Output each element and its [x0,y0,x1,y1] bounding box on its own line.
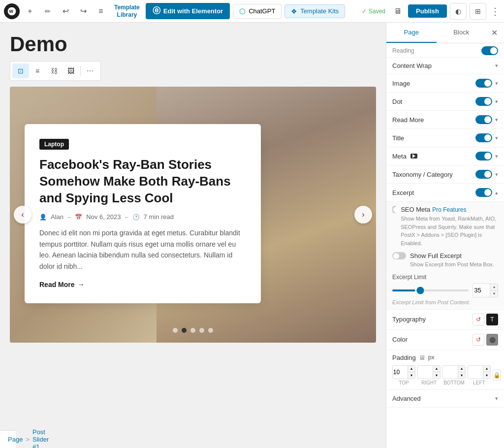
slide-dot-4[interactable] [199,328,204,333]
taxonomy-toggle[interactable] [475,170,492,179]
excerpt-limit-label: Excerpt Limit [392,274,498,281]
pencil-button[interactable]: ✏ [40,4,55,19]
padding-left-dec[interactable]: ▾ [483,372,490,379]
typography-reset-btn[interactable]: ↺ [472,314,484,325]
panel-close-button[interactable]: ✕ [486,25,502,41]
limit-increment-btn[interactable]: ▴ [490,284,498,290]
demo-section: Demo ⊡ ≡ ⛓ 🖼 ⋯ [10,32,376,343]
slide-date: Nov 6, 2023 [86,213,121,221]
reading-toggle [481,46,498,55]
excerpt-inner: SEO Meta Pro Features Show Meta from Yoa… [386,202,504,309]
top-bar: W + ✏ ↩ ↪ ≡ Template Library ⓔ Edit with… [0,0,504,23]
padding-right-input[interactable] [418,366,433,379]
slide-dot-3[interactable] [190,328,195,333]
image-chevron: ▾ [495,80,498,87]
toolbar-image-btn[interactable]: 🖼 [63,64,79,78]
pencil-icon: ✏ [45,7,51,15]
reading-toggle-switch[interactable] [481,46,498,55]
demo-title: Demo [10,32,376,56]
toolbar-layout-btn[interactable]: ⊡ [12,64,29,78]
tab-block[interactable]: Block [437,23,487,43]
undo-button[interactable]: ↩ [58,4,73,19]
tab-page[interactable]: Page [386,23,437,43]
slide-dot-2[interactable] [182,328,187,333]
read-more-row[interactable]: Read More ▾ [386,111,504,129]
monitor-button[interactable]: 🖥 [390,4,405,19]
excerpt-limit-hint: Excerpt Limit from Post Content. [392,299,498,305]
publish-button[interactable]: Publish [408,4,447,18]
slide-dot-5[interactable] [208,328,213,333]
padding-lock-button[interactable]: 🔒 [493,370,501,381]
excerpt-limit-slider[interactable] [392,289,469,291]
padding-left-input[interactable] [468,366,483,379]
more-options-button[interactable]: ⋮ [490,5,500,17]
author-name: Alan [51,213,63,221]
advanced-row[interactable]: Advanced ▾ [386,390,504,408]
padding-bottom-dec[interactable]: ▾ [458,372,465,379]
layout-icon: ⊡ [18,67,24,75]
chatgpt-button[interactable]: ⬡ ChatGPT [233,4,282,19]
padding-bottom-inc[interactable]: ▴ [458,366,465,372]
arrow-left-icon: ‹ [21,210,24,219]
excerpt-toggle[interactable] [475,188,492,197]
list-icon: ≡ [35,67,39,75]
toolbar-list-btn[interactable]: ≡ [29,64,46,78]
slider-prev-button[interactable]: ‹ [14,206,32,224]
panel-header: Page Block ✕ [386,23,504,43]
excerpt-limit-row: ▴ ▾ [392,284,498,297]
slider-next-button[interactable]: › [354,206,372,224]
template-kits-icon: ❖ [291,7,297,15]
title-chevron: ▾ [495,135,498,141]
slide-meta: 👤 Alan – 📅 Nov 6, 2023 – 🕐 7 min read [39,213,246,221]
image-toggle[interactable] [475,79,492,88]
excerpt-row[interactable]: Excerpt ▴ [386,184,504,202]
pro-features-link[interactable]: Pro Features [432,206,466,213]
grid-view-button[interactable]: ⊞ [470,3,486,20]
read-more-link[interactable]: Read More → [39,281,246,288]
title-row[interactable]: Title ▾ [386,129,504,147]
limit-decrement-btn[interactable]: ▾ [490,290,498,297]
template-library-button[interactable]: Template Library [111,3,143,19]
dot-toggle[interactable] [475,97,492,106]
breadcrumb-separator: > [26,436,30,443]
show-full-toggle[interactable] [392,252,406,259]
color-picker-btn[interactable]: ⬤ [486,334,498,346]
padding-top-input[interactable] [393,366,408,379]
image-row[interactable]: Image ▾ [386,74,504,93]
toolbar-link-btn[interactable]: ⛓ [46,64,63,78]
calendar-icon: 📅 [75,214,82,221]
show-full-label: Show Full Excerpt [410,252,494,259]
read-more-toggle[interactable] [475,115,492,124]
redo-icon: ↪ [80,6,87,16]
edit-with-elementor-button[interactable]: ⓔ Edit with Elementor [146,3,230,19]
typography-edit-btn[interactable]: T [486,314,498,325]
dark-mode-icon: ◐ [455,7,461,15]
slide-title: Facebook's Ray-Ban Stories Somehow Make … [39,157,246,206]
redo-button[interactable]: ↪ [76,4,91,19]
slide-dot-1[interactable] [173,328,178,333]
breadcrumb-page[interactable]: Page [8,436,23,443]
title-toggle[interactable] [475,133,492,142]
padding-bottom-input[interactable] [443,366,458,379]
toolbar-more-btn[interactable]: ⋯ [82,64,98,78]
padding-right-dec[interactable]: ▾ [433,372,440,379]
taxonomy-row[interactable]: Taxonomy / Category ▾ [386,165,504,184]
meta-toggle[interactable] [475,152,492,160]
template-kits-button[interactable]: ❖ Template Kits [284,4,345,18]
canvas-area: Demo ⊡ ≡ ⛓ 🖼 ⋯ [0,23,386,448]
dots-icon: ⋯ [87,67,94,75]
dot-row[interactable]: Dot ▾ [386,93,504,111]
excerpt-limit-input[interactable] [473,284,490,297]
breadcrumb: Page > Post Slider #1 [0,430,16,448]
padding-right-inc[interactable]: ▴ [433,366,440,372]
padding-top-inc[interactable]: ▴ [408,366,415,372]
color-reset-btn[interactable]: ↺ [472,334,484,346]
padding-left-inc[interactable]: ▴ [483,366,490,372]
menu-button[interactable]: ≡ [94,4,108,19]
content-wrap-row[interactable]: Content Wrap ▾ [386,58,504,74]
dark-mode-button[interactable]: ◐ [450,3,467,20]
padding-top-dec[interactable]: ▾ [408,372,415,379]
meta-row[interactable]: Meta ▾ [386,147,504,165]
add-button[interactable]: + [23,4,37,19]
seo-meta-toggle[interactable] [392,206,397,213]
